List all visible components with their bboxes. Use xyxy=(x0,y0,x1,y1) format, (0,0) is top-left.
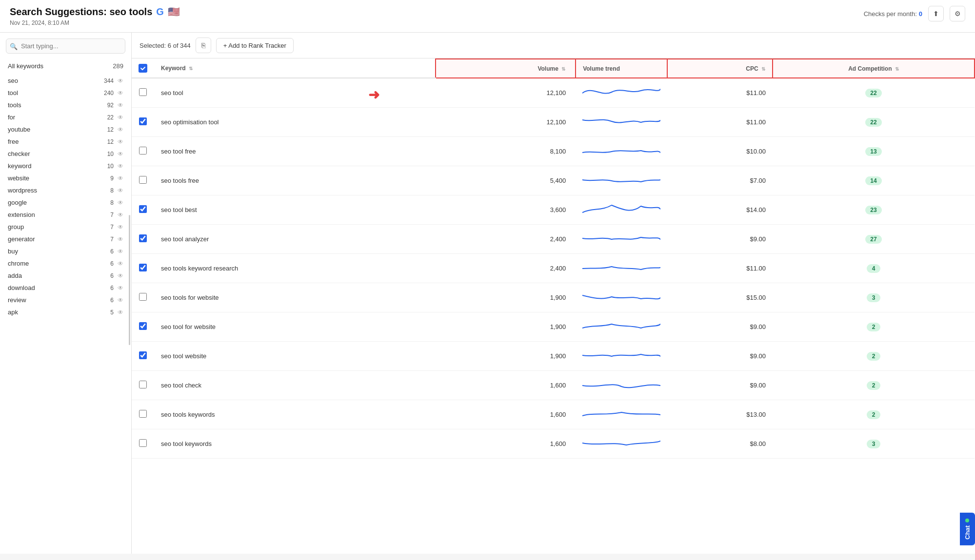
row-checkbox-cell[interactable] xyxy=(132,225,154,254)
eye-icon[interactable]: 👁 xyxy=(118,248,123,255)
cpc-column-header[interactable]: CPC ⇅ xyxy=(667,59,773,78)
volume-column-header[interactable]: Volume ⇅ xyxy=(436,59,576,78)
eye-icon[interactable]: 👁 xyxy=(118,163,123,170)
row-checkbox-cell[interactable] xyxy=(132,254,154,283)
sidebar-item[interactable]: download 6 👁 xyxy=(0,282,131,294)
sidebar-item[interactable]: youtube 12 👁 xyxy=(0,123,131,135)
row-checkbox[interactable] xyxy=(139,439,147,447)
row-checkbox[interactable] xyxy=(139,88,147,96)
sidebar-item[interactable]: review 6 👁 xyxy=(0,294,131,306)
scrollbar[interactable] xyxy=(129,215,130,345)
select-all-checkbox[interactable] xyxy=(139,64,147,73)
sidebar-item[interactable]: tool 240 👁 xyxy=(0,87,131,99)
sidebar-item[interactable]: seo 344 👁 xyxy=(0,75,131,87)
row-checkbox-cell[interactable] xyxy=(132,429,154,459)
share-button[interactable]: ⬆ xyxy=(928,6,944,21)
sidebar-item[interactable]: apk 5 👁 xyxy=(0,306,131,318)
eye-icon[interactable]: 👁 xyxy=(118,297,123,304)
copy-button[interactable]: ⎘ xyxy=(196,38,211,53)
flag-icon: 🇺🇸 xyxy=(168,6,180,18)
sidebar-item-right: 12 👁 xyxy=(107,138,123,145)
row-checkbox-cell[interactable] xyxy=(132,342,154,371)
settings-button[interactable]: ⚙ xyxy=(950,6,965,21)
row-checkbox[interactable] xyxy=(139,351,147,359)
chat-button[interactable]: Chat xyxy=(960,513,975,545)
sidebar-item[interactable]: group 7 👁 xyxy=(0,221,131,233)
eye-icon[interactable]: 👁 xyxy=(118,212,123,218)
sidebar-item[interactable]: wordpress 8 👁 xyxy=(0,184,131,196)
eye-icon[interactable]: 👁 xyxy=(118,224,123,231)
row-checkbox[interactable] xyxy=(139,381,147,388)
eye-icon[interactable]: 👁 xyxy=(118,199,123,206)
row-checkbox[interactable] xyxy=(139,322,147,330)
keyword-cell: seo tools free xyxy=(154,166,436,195)
sidebar-item[interactable]: website 9 👁 xyxy=(0,172,131,184)
sidebar-item[interactable]: free 12 👁 xyxy=(0,135,131,148)
row-checkbox[interactable] xyxy=(139,176,147,184)
ad-competition-badge: 3 xyxy=(867,440,880,448)
keyword-sort-icon[interactable]: ⇅ xyxy=(189,66,193,71)
select-all-header[interactable] xyxy=(132,59,154,78)
sidebar-item[interactable]: extension 7 👁 xyxy=(0,209,131,221)
sidebar-item[interactable]: keyword 10 👁 xyxy=(0,160,131,172)
sidebar-item[interactable]: google 8 👁 xyxy=(0,196,131,209)
row-checkbox-cell[interactable] xyxy=(132,371,154,400)
search-input[interactable] xyxy=(6,39,125,54)
sidebar-item[interactable]: tools 92 👁 xyxy=(0,99,131,111)
sidebar-item-count: 7 xyxy=(110,224,114,231)
row-checkbox-cell[interactable] xyxy=(132,108,154,137)
sidebar-item[interactable]: adda 6 👁 xyxy=(0,270,131,282)
eye-icon[interactable]: 👁 xyxy=(118,151,123,157)
all-keywords-item[interactable]: All keywords 289 xyxy=(0,59,131,73)
row-checkbox-cell[interactable] xyxy=(132,283,154,312)
eye-icon[interactable]: 👁 xyxy=(118,187,123,194)
cpc-sort-icon[interactable]: ⇅ xyxy=(761,66,765,72)
eye-icon[interactable]: 👁 xyxy=(118,175,123,182)
row-checkbox-cell[interactable] xyxy=(132,195,154,225)
row-checkbox-cell[interactable] xyxy=(132,400,154,429)
row-checkbox-cell[interactable] xyxy=(132,166,154,195)
row-checkbox[interactable] xyxy=(139,264,147,271)
trend-cell xyxy=(576,312,667,342)
eye-icon[interactable]: 👁 xyxy=(118,126,123,133)
eye-icon[interactable]: 👁 xyxy=(118,309,123,316)
ad-competition-column-header[interactable]: Ad Competition ⇅ xyxy=(773,59,975,78)
eye-icon[interactable]: 👁 xyxy=(118,272,123,279)
toolbar: Selected: 6 of 344 ⎘ + Add to Rank Track… xyxy=(132,33,975,58)
row-checkbox[interactable] xyxy=(139,410,147,418)
eye-icon[interactable]: 👁 xyxy=(118,102,123,109)
row-checkbox-cell[interactable] xyxy=(132,137,154,166)
sidebar-item[interactable]: chrome 6 👁 xyxy=(0,257,131,270)
sidebar-item[interactable]: checker 10 👁 xyxy=(0,148,131,160)
eye-icon[interactable]: 👁 xyxy=(118,77,123,84)
sidebar-item[interactable]: buy 6 👁 xyxy=(0,245,131,257)
keyword-column-header[interactable]: Keyword ⇅ xyxy=(154,59,436,78)
sidebar-item[interactable]: generator 7 👁 xyxy=(0,233,131,245)
row-checkbox[interactable] xyxy=(139,117,147,125)
search-box[interactable]: 🔍 xyxy=(6,39,125,54)
ad-competition-cell: 4 xyxy=(773,254,975,283)
eye-icon[interactable]: 👁 xyxy=(118,285,123,291)
eye-icon[interactable]: 👁 xyxy=(118,90,123,97)
eye-icon[interactable]: 👁 xyxy=(118,138,123,145)
eye-icon[interactable]: 👁 xyxy=(118,236,123,243)
row-checkbox-cell[interactable] xyxy=(132,78,154,108)
row-checkbox[interactable] xyxy=(139,205,147,213)
row-checkbox[interactable] xyxy=(139,293,147,301)
eye-icon[interactable]: 👁 xyxy=(118,114,123,121)
add-to-rank-tracker-button[interactable]: + Add to Rank Tracker xyxy=(216,38,294,53)
row-checkbox[interactable] xyxy=(139,234,147,242)
ad-competition-sort-icon[interactable]: ⇅ xyxy=(895,66,899,72)
ad-competition-badge: 22 xyxy=(865,89,881,97)
row-checkbox[interactable] xyxy=(139,147,147,154)
trend-cell xyxy=(576,254,667,283)
cpc-cell: $15.00 xyxy=(667,283,773,312)
sidebar-item-label: review xyxy=(8,296,26,304)
eye-icon[interactable]: 👁 xyxy=(118,260,123,267)
sidebar-item[interactable]: for 22 👁 xyxy=(0,111,131,123)
sidebar-item-label: seo xyxy=(8,77,18,84)
cpc-cell: $10.00 xyxy=(667,137,773,166)
volume-sort-icon[interactable]: ⇅ xyxy=(561,66,565,72)
row-checkbox-cell[interactable] xyxy=(132,312,154,342)
sidebar-item-count: 6 xyxy=(110,272,114,279)
